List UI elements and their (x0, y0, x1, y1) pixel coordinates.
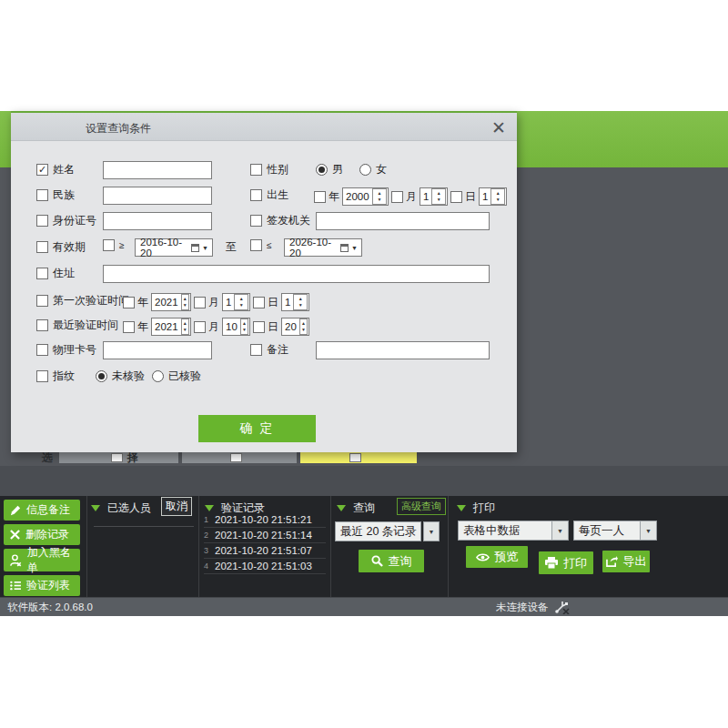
card-input[interactable] (103, 341, 212, 359)
advanced-query-button[interactable]: 高级查询 (397, 498, 446, 515)
fp-verified-radio[interactable] (152, 370, 164, 382)
sidebar-item-info-note[interactable]: 信息备注 (4, 500, 80, 521)
first-verify-field-label: ✓ 第一次验证时间 (36, 293, 129, 308)
spinner-arrows-icon[interactable]: ▲▼ (431, 188, 446, 205)
to-label: 至 (226, 239, 237, 255)
fv-year-spinner[interactable]: 2021 ▲▼ (151, 293, 191, 311)
record-row[interactable]: 4 2021-10-20 21:51:03 (204, 558, 326, 574)
day-unit-label: 日 (465, 189, 476, 205)
ok-button[interactable]: 确 定 (198, 415, 316, 442)
birth-year-spinner[interactable]: 2000 ▲▼ (342, 187, 389, 206)
spinner-arrows-icon[interactable]: ▲▼ (240, 318, 248, 335)
dialog-close-button[interactable]: ✕ (491, 117, 506, 138)
collapse-triangle-icon[interactable] (457, 505, 466, 511)
ethnic-input[interactable] (103, 187, 212, 205)
record-range-dropdown-arrow[interactable]: ▼ (423, 521, 440, 541)
idnum-input[interactable] (103, 212, 212, 230)
first-verify-checkbox[interactable]: ✓ (36, 295, 48, 307)
cancel-selection-button[interactable]: 取消 (161, 497, 192, 516)
record-row[interactable]: 3 2021-10-20 21:51:07 (204, 542, 326, 559)
spinner-arrows-icon[interactable]: ▲▼ (299, 318, 308, 335)
sidebar-item-verify-list[interactable]: 验证列表 (4, 575, 80, 596)
fp-unverified-radio[interactable] (96, 370, 107, 382)
male-radio[interactable] (316, 164, 328, 176)
birth-month-checkbox[interactable]: ✓ (391, 191, 403, 203)
collapse-triangle-icon[interactable] (91, 505, 100, 511)
fv-month-spinner[interactable]: 1 ▲▼ (222, 293, 250, 311)
bottom-panels: 信息备注 删除记录 加入黑名单 验证列表 (0, 496, 728, 597)
record-number: 2 (204, 531, 209, 540)
spinner-arrows-icon[interactable]: ▲▼ (490, 188, 505, 205)
birth-checkbox[interactable]: ✓ (250, 189, 262, 201)
idnum-checkbox[interactable]: ✓ (36, 215, 48, 227)
fv-day-checkbox[interactable]: ✓ (253, 297, 265, 308)
row-checkbox[interactable] (349, 453, 361, 462)
ethnic-checkbox[interactable]: ✓ (36, 189, 48, 201)
lte-checkbox[interactable]: ✓ (250, 239, 262, 251)
row-checkbox[interactable] (230, 453, 242, 462)
sidebar-item-add-blacklist[interactable]: 加入黑名单 (4, 549, 80, 571)
birth-day-spinner[interactable]: 1 ▲▼ (479, 187, 507, 206)
preview-label: 预览 (495, 549, 519, 565)
record-range-dropdown[interactable]: 最近 20 条记录 (335, 521, 421, 541)
address-checkbox[interactable]: ✓ (36, 268, 48, 279)
preview-button[interactable]: 预览 (466, 546, 528, 568)
print-source-dropdown[interactable]: 表格中数据 ▼ (458, 521, 569, 541)
fp-unverified-option[interactable]: 未核验 (96, 369, 145, 384)
spinner-arrows-icon[interactable]: ▲▼ (293, 294, 308, 310)
gender-male-option[interactable]: 男 (316, 162, 343, 177)
record-number: 1 (204, 515, 209, 524)
fingerprint-checkbox[interactable]: ✓ (36, 370, 48, 382)
chevron-down-icon: ▼ (551, 521, 568, 540)
fv-month-checkbox[interactable]: ✓ (194, 297, 206, 308)
lv-month-spinner[interactable]: 10 ▲▼ (222, 318, 250, 336)
gender-female-option[interactable]: 女 (359, 162, 387, 177)
female-radio[interactable] (359, 164, 371, 176)
name-checkbox[interactable]: ✓ (36, 164, 48, 176)
issuer-checkbox[interactable]: ✓ (250, 215, 262, 227)
eye-icon (476, 552, 490, 562)
record-row[interactable]: 2 2021-10-20 21:51:14 (204, 527, 326, 543)
lv-month-checkbox[interactable]: ✓ (194, 321, 206, 333)
last-verify-checkbox[interactable]: ✓ (36, 319, 48, 331)
remark-input[interactable] (316, 341, 490, 359)
spinner-arrows-icon[interactable]: ▲▼ (181, 294, 189, 310)
export-button[interactable]: 导出 (602, 551, 650, 572)
lv-year-spinner[interactable]: 2021 ▲▼ (151, 318, 191, 336)
lv-day-spinner[interactable]: 20 ▲▼ (281, 318, 309, 336)
issuer-input[interactable] (316, 212, 490, 230)
name-input[interactable] (103, 161, 212, 179)
spinner-arrows-icon[interactable]: ▲▼ (181, 318, 189, 335)
record-row[interactable]: 1 2021-10-20 21:51:21 (204, 511, 326, 528)
print-panel-title: 打印 (473, 500, 495, 516)
collapse-triangle-icon[interactable] (337, 505, 346, 511)
lv-year-checkbox[interactable]: ✓ (123, 321, 135, 333)
birth-month-spinner[interactable]: 1 ▲▼ (420, 187, 448, 206)
sidebar-item-delete-record[interactable]: 删除记录 (4, 524, 80, 545)
lv-day-checkbox[interactable]: ✓ (253, 321, 265, 333)
row-checkbox[interactable] (111, 453, 123, 462)
issuer-label: 签发机关 (267, 213, 310, 228)
remark-field-label: ✓ 备注 (250, 342, 288, 358)
print-layout-dropdown[interactable]: 每页一人 ▼ (573, 521, 657, 541)
fv-day-spinner[interactable]: 1 ▲▼ (281, 293, 309, 311)
valid-from-datepicker[interactable]: 2016-10-20 ▼ (135, 238, 213, 257)
fv-year-checkbox[interactable]: ✓ (123, 297, 135, 308)
chevron-down-icon: ▼ (640, 521, 656, 540)
last-verify-field-label: ✓ 最近验证时间 (36, 318, 118, 333)
fp-verified-option[interactable]: 已核验 (152, 369, 201, 384)
birth-year-checkbox[interactable]: ✓ (314, 191, 326, 203)
gender-checkbox[interactable]: ✓ (250, 164, 262, 176)
valid-until-datepicker[interactable]: 2026-10-20 ▼ (284, 238, 362, 257)
print-button[interactable]: 打印 (539, 551, 593, 574)
validity-checkbox[interactable]: ✓ (36, 241, 48, 253)
remark-checkbox[interactable]: ✓ (250, 344, 262, 356)
spinner-arrows-icon[interactable]: ▲▼ (234, 294, 248, 310)
gte-checkbox[interactable]: ✓ (103, 239, 115, 251)
spinner-arrows-icon[interactable]: ▲▼ (372, 188, 387, 205)
collapse-triangle-icon[interactable] (205, 505, 214, 511)
birth-day-checkbox[interactable]: ✓ (450, 191, 462, 203)
address-input[interactable] (103, 265, 490, 283)
card-checkbox[interactable]: ✓ (36, 344, 48, 356)
query-button[interactable]: 查询 (359, 550, 424, 572)
